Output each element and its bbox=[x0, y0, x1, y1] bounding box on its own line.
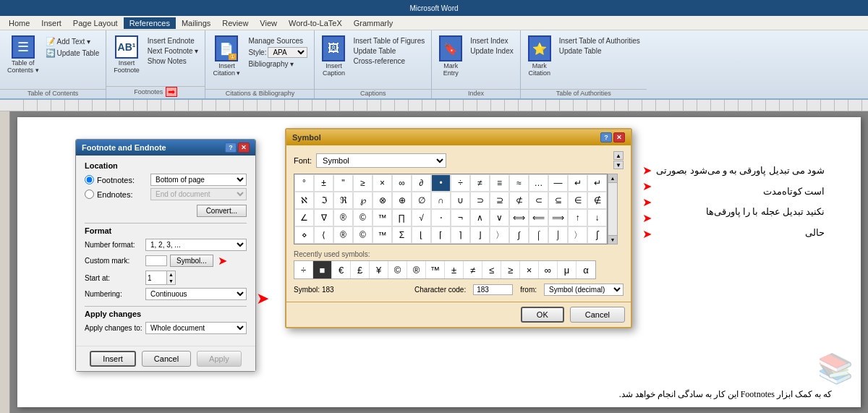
sym-cell[interactable]: ≥ bbox=[353, 174, 373, 192]
sym-cell[interactable]: … bbox=[529, 174, 548, 192]
symbol-cancel-button[interactable]: Cancel bbox=[570, 307, 625, 323]
sym-cell[interactable]: ⌊ bbox=[412, 226, 431, 244]
rec-sym-6[interactable]: © bbox=[388, 261, 407, 278]
sym-cell[interactable]: © bbox=[353, 226, 373, 244]
sym-cell[interactable]: © bbox=[353, 209, 373, 226]
sym-cell[interactable]: ® bbox=[333, 209, 353, 226]
menu-page-layout[interactable]: Page Layout bbox=[67, 17, 124, 29]
number-format-select[interactable]: 1, 2, 3, ... bbox=[145, 239, 247, 251]
symbol-dialog[interactable]: Symbol ? ✕ Font: Symbol ▲ ▼ bbox=[285, 128, 632, 328]
sym-cell[interactable]: 〉 bbox=[568, 226, 587, 244]
sym-cell[interactable]: ℵ bbox=[294, 192, 314, 209]
menu-view[interactable]: View bbox=[254, 17, 283, 29]
sym-cell[interactable]: ⟹ bbox=[548, 209, 568, 226]
sym-cell[interactable]: × bbox=[373, 174, 392, 192]
sym-cell[interactable]: ℜ bbox=[333, 192, 353, 209]
sym-cell[interactable]: ↵ bbox=[568, 174, 587, 192]
menu-home[interactable]: Home bbox=[3, 17, 35, 29]
sym-cell[interactable]: ∈ bbox=[568, 192, 587, 209]
custom-mark-input[interactable] bbox=[145, 255, 167, 266]
sym-cell[interactable]: ⊇ bbox=[490, 192, 509, 209]
insert-table-figures-button[interactable]: Insert Table of Figures bbox=[351, 36, 427, 46]
sym-cell[interactable]: ∠ bbox=[294, 209, 314, 226]
apply-button[interactable]: Apply bbox=[197, 351, 242, 367]
mark-citation-button[interactable]: ⭐ MarkCitation bbox=[525, 33, 554, 80]
sym-cell[interactable]: ⌈ bbox=[431, 226, 451, 244]
manage-sources-button[interactable]: Manage Sources bbox=[246, 36, 310, 46]
apply-to-select[interactable]: Whole document bbox=[145, 322, 247, 334]
show-notes-button[interactable]: Show Notes bbox=[145, 56, 201, 66]
menu-references[interactable]: References bbox=[124, 17, 176, 29]
sym-cell[interactable]: ⊃ bbox=[470, 192, 490, 209]
footnote-endnote-dialog[interactable]: Footnote and Endnote ? ✕ Location Footno… bbox=[75, 139, 256, 372]
sym-cell[interactable]: — bbox=[548, 174, 568, 192]
sym-cell[interactable]: √ bbox=[412, 209, 431, 226]
insert-footnote-button[interactable]: AB¹ InsertFootnote bbox=[111, 33, 142, 77]
sym-cell[interactable]: ⟺ bbox=[509, 209, 529, 226]
footnotes-radio[interactable] bbox=[85, 175, 94, 184]
rec-sym-1[interactable]: ÷ bbox=[294, 261, 313, 278]
sym-cell[interactable]: ∉ bbox=[587, 192, 607, 209]
sym-cell[interactable]: ⊆ bbox=[548, 192, 568, 209]
footnote-close-button[interactable]: ✕ bbox=[238, 142, 250, 153]
spin-up[interactable]: ▲ bbox=[167, 271, 175, 278]
cancel-button[interactable]: Cancel bbox=[142, 351, 191, 367]
rec-sym-14[interactable]: ∞ bbox=[539, 261, 558, 278]
menu-mailings[interactable]: Mailings bbox=[176, 17, 216, 29]
sym-cell[interactable]: ™ bbox=[373, 209, 392, 226]
symbol-help-button[interactable]: ? bbox=[600, 132, 612, 142]
rec-sym-7[interactable]: ® bbox=[407, 261, 426, 278]
rec-sym-16[interactable]: α bbox=[576, 261, 595, 278]
bibliography-button[interactable]: Bibliography ▾ bbox=[246, 59, 310, 69]
sym-cell-selected[interactable]: • bbox=[431, 174, 451, 192]
footnotes-select[interactable]: Bottom of page bbox=[150, 174, 247, 186]
sym-cell[interactable]: ⋅ bbox=[431, 209, 451, 226]
sym-cell[interactable]: Σ bbox=[392, 226, 412, 244]
rec-sym-15[interactable]: μ bbox=[558, 261, 576, 278]
grid-scroll-up[interactable]: ▲ bbox=[608, 174, 617, 183]
sym-cell[interactable]: ∨ bbox=[490, 209, 509, 226]
rec-sym-2[interactable]: ■ bbox=[313, 261, 332, 278]
sym-cell[interactable]: ∧ bbox=[470, 209, 490, 226]
sym-cell[interactable]: ⌠ bbox=[529, 226, 548, 244]
sym-cell[interactable]: ⊂ bbox=[529, 192, 548, 209]
rec-sym-12[interactable]: ≥ bbox=[501, 261, 520, 278]
from-select[interactable]: Symbol (decimal) bbox=[544, 284, 624, 296]
sym-cell[interactable]: ℘ bbox=[353, 192, 373, 209]
sym-cell[interactable]: ⊕ bbox=[392, 192, 412, 209]
add-text-button[interactable]: 📝 Add Text ▾ bbox=[43, 36, 102, 47]
sym-cell[interactable]: ⌉ bbox=[451, 226, 470, 244]
rec-sym-4[interactable]: £ bbox=[351, 261, 370, 278]
insert-table-auth-button[interactable]: Insert Table of Authorities bbox=[557, 36, 642, 46]
sym-cell[interactable]: ≠ bbox=[470, 174, 490, 192]
numbering-select[interactable]: Continuous bbox=[145, 288, 247, 300]
convert-button[interactable]: Convert... bbox=[197, 205, 247, 217]
scroll-up-button[interactable]: ▲ bbox=[613, 151, 624, 160]
footnote-help-button[interactable]: ? bbox=[225, 142, 237, 153]
font-select[interactable]: Symbol bbox=[316, 153, 446, 168]
scroll-down-button[interactable]: ▼ bbox=[613, 161, 624, 169]
sym-cell[interactable]: ∫ bbox=[509, 226, 529, 244]
sym-cell[interactable]: ≡ bbox=[490, 174, 509, 192]
sym-cell[interactable]: ↵ bbox=[587, 174, 607, 192]
sym-cell[interactable]: ° bbox=[294, 174, 314, 192]
sym-cell[interactable]: ∏ bbox=[392, 209, 412, 226]
sym-cell[interactable]: ⌡ bbox=[548, 226, 568, 244]
char-code-input[interactable] bbox=[473, 284, 513, 295]
menu-review[interactable]: Review bbox=[216, 17, 254, 29]
sym-cell[interactable]: ʃ bbox=[587, 226, 607, 244]
mark-entry-button[interactable]: 🔖 MarkEntry bbox=[436, 33, 465, 80]
symbol-button[interactable]: Symbol... bbox=[170, 255, 213, 267]
endnotes-select[interactable]: End of document bbox=[150, 188, 247, 200]
update-table-toc-button[interactable]: 🔄 Update Table bbox=[43, 48, 102, 59]
sym-cell[interactable]: " bbox=[333, 174, 353, 192]
sym-cell[interactable]: ↓ bbox=[587, 209, 607, 226]
sym-cell[interactable]: ⟨ bbox=[314, 226, 333, 244]
rec-sym-13[interactable]: × bbox=[520, 261, 539, 278]
sym-cell[interactable]: ⌋ bbox=[470, 226, 490, 244]
sym-cell[interactable]: ® bbox=[333, 226, 353, 244]
rec-sym-8[interactable]: ™ bbox=[426, 261, 445, 278]
spin-down[interactable]: ▼ bbox=[167, 278, 175, 284]
menu-grammarly[interactable]: Grammarly bbox=[348, 17, 399, 29]
insert-caption-button[interactable]: 🖼 InsertCaption bbox=[319, 33, 348, 80]
